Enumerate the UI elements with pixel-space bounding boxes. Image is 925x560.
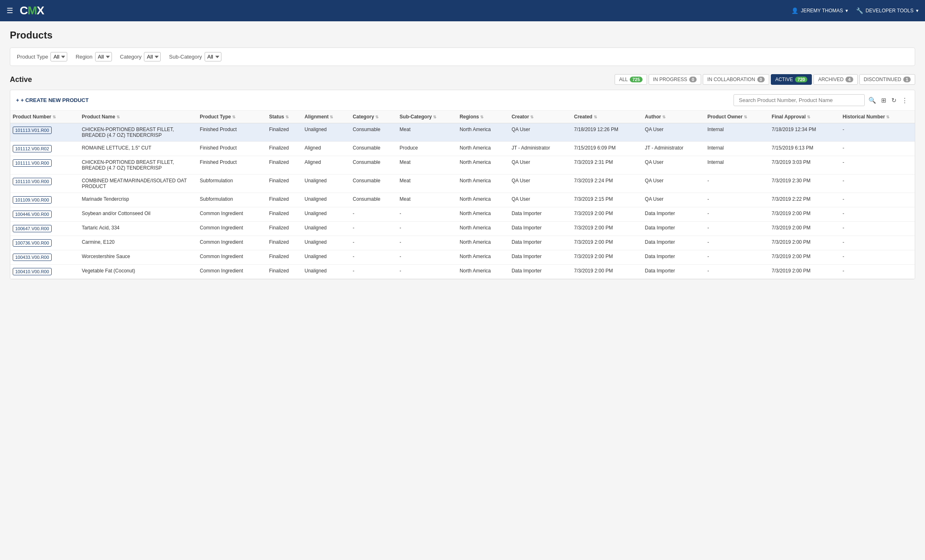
sort-author-icon[interactable]: ⇅ — [662, 115, 665, 119]
cell-author: QA User — [642, 156, 705, 175]
cell-product-owner: - — [705, 250, 769, 265]
cell-status: Finalized — [267, 265, 302, 279]
table-row[interactable]: 100647.V00.R00 Tartaric Acid, 334 Common… — [10, 222, 915, 236]
cell-status: Finalized — [267, 123, 302, 142]
col-created: Created ⇅ — [572, 111, 642, 123]
sort-created-icon[interactable]: ⇅ — [594, 115, 597, 119]
filter-bar: Product Type All Region All Category All… — [10, 48, 915, 66]
tab-all[interactable]: ALL 725 — [615, 74, 647, 85]
cell-creator: Data Importer — [509, 250, 572, 265]
sort-product-number-icon[interactable]: ⇅ — [52, 115, 56, 119]
tab-all-badge: 725 — [630, 77, 642, 82]
cell-category: Consumable — [350, 142, 397, 156]
table-row[interactable]: 101110.V00.R00 COMBINED MEAT/MARINADE/IS… — [10, 175, 915, 193]
cell-sub-category: Meat — [397, 156, 457, 175]
tab-in-progress-badge: 0 — [689, 77, 697, 82]
cell-final-approval: 7/3/2019 2:22 PM — [769, 193, 840, 207]
cell-created: 7/15/2019 6:09 PM — [572, 142, 642, 156]
sort-alignment-icon[interactable]: ⇅ — [330, 115, 333, 119]
sort-regions-icon[interactable]: ⇅ — [480, 115, 483, 119]
table-row[interactable]: 101112.V00.R02 ROMAINE LETTUCE, 1.5" CUT… — [10, 142, 915, 156]
header-left: ☰ CMX — [7, 4, 44, 17]
sort-historical-number-icon[interactable]: ⇅ — [886, 115, 889, 119]
developer-tools-menu[interactable]: 🔧 DEVELOPER TOOLS ▾ — [856, 7, 918, 14]
sort-product-name-icon[interactable]: ⇅ — [116, 115, 120, 119]
cell-regions: North America — [457, 142, 509, 156]
table-toolbar: + + CREATE NEW PRODUCT 🔍 ⊞ ↻ ⋮ — [10, 90, 915, 111]
cell-creator: Data Importer — [509, 236, 572, 250]
tab-archived[interactable]: ARCHIVED 4 — [813, 74, 857, 85]
cell-created: 7/3/2019 2:00 PM — [572, 250, 642, 265]
search-area: 🔍 ⊞ ↻ ⋮ — [734, 94, 909, 106]
cell-creator: Data Importer — [509, 207, 572, 222]
cell-historical-number: - — [840, 222, 915, 236]
cell-product-number: 101113.V01.R00 — [10, 123, 79, 142]
cell-sub-category: - — [397, 207, 457, 222]
cell-product-type: Common Ingredient — [197, 222, 267, 236]
cell-created: 7/3/2019 2:00 PM — [572, 222, 642, 236]
sort-sub-category-icon[interactable]: ⇅ — [433, 115, 436, 119]
cell-product-name: Soybean and/or Cottonseed Oil — [79, 207, 197, 222]
cell-category: Consumable — [350, 123, 397, 142]
sort-product-owner-icon[interactable]: ⇅ — [744, 115, 747, 119]
cell-author: QA User — [642, 193, 705, 207]
tab-discontinued-badge: 1 — [903, 77, 911, 82]
cell-product-name: ROMAINE LETTUCE, 1.5" CUT — [79, 142, 197, 156]
table-row[interactable]: 100433.V00.R00 Worcestershire Sauce Comm… — [10, 250, 915, 265]
create-new-product-button[interactable]: + + CREATE NEW PRODUCT — [16, 97, 89, 103]
cell-category: - — [350, 222, 397, 236]
subcategory-label: Sub-Category — [169, 54, 202, 60]
cell-product-number: 100647.V00.R00 — [10, 222, 79, 236]
table-row[interactable]: 100446.V00.R00 Soybean and/or Cottonseed… — [10, 207, 915, 222]
header: ☰ CMX 👤 JEREMY THOMAS ▾ 🔧 DEVELOPER TOOL… — [0, 0, 925, 21]
create-icon: + — [16, 97, 19, 103]
search-icon[interactable]: 🔍 — [867, 95, 877, 105]
tab-discontinued[interactable]: DISCONTINUED 1 — [859, 74, 915, 85]
product-type-select[interactable]: All — [50, 52, 67, 61]
cell-product-number: 100433.V00.R00 — [10, 250, 79, 265]
cell-status: Finalized — [267, 175, 302, 193]
cell-regions: North America — [457, 175, 509, 193]
user-menu[interactable]: 👤 JEREMY THOMAS ▾ — [791, 7, 848, 14]
sort-creator-icon[interactable]: ⇅ — [530, 115, 533, 119]
cell-alignment: Unaligned — [302, 265, 351, 279]
cell-creator: QA User — [509, 193, 572, 207]
cell-product-type: Finished Product — [197, 142, 267, 156]
table-row[interactable]: 100736.V00.R00 Carmine, E120 Common Ingr… — [10, 236, 915, 250]
logo: CMX — [20, 4, 44, 17]
more-options-icon[interactable]: ⋮ — [900, 95, 909, 105]
cell-product-type: Common Ingredient — [197, 236, 267, 250]
sort-final-approval-icon[interactable]: ⇅ — [807, 115, 810, 119]
subcategory-select[interactable]: All — [205, 52, 221, 61]
tab-in-progress[interactable]: IN PROGRESS 0 — [649, 74, 701, 85]
cell-alignment: Unaligned — [302, 207, 351, 222]
cell-sub-category: Meat — [397, 175, 457, 193]
cell-created: 7/3/2019 2:15 PM — [572, 193, 642, 207]
sort-category-icon[interactable]: ⇅ — [375, 115, 378, 119]
category-select[interactable]: All — [144, 52, 161, 61]
cell-regions: North America — [457, 222, 509, 236]
cell-product-number: 100736.V00.R00 — [10, 236, 79, 250]
search-input[interactable] — [734, 94, 865, 106]
cell-product-owner: - — [705, 222, 769, 236]
tab-in-collaboration[interactable]: IN COLLABORATION 0 — [703, 74, 769, 85]
cell-product-number: 101109.V00.R00 — [10, 193, 79, 207]
cell-historical-number: - — [840, 250, 915, 265]
sort-status-icon[interactable]: ⇅ — [285, 115, 289, 119]
hamburger-icon[interactable]: ☰ — [7, 6, 13, 15]
tab-active[interactable]: ACTIVE 720 — [771, 74, 812, 85]
refresh-icon[interactable]: ↻ — [890, 95, 898, 105]
table-row[interactable]: 101111.V00.R00 CHICKEN-PORTIONED BREAST … — [10, 156, 915, 175]
cell-historical-number: - — [840, 142, 915, 156]
devtools-chevron-icon: ▾ — [916, 8, 918, 14]
filter-icon[interactable]: ⊞ — [880, 95, 888, 105]
cell-product-owner: - — [705, 236, 769, 250]
cell-status: Finalized — [267, 207, 302, 222]
table-row[interactable]: 101113.V01.R00 CHICKEN-PORTIONED BREAST … — [10, 123, 915, 142]
table-row[interactable]: 101109.V00.R00 Marinade Tendercrisp Subf… — [10, 193, 915, 207]
table-row[interactable]: 100410.V00.R00 Vegetable Fat (Coconut) C… — [10, 265, 915, 279]
cell-category: Consumable — [350, 193, 397, 207]
sort-product-type-icon[interactable]: ⇅ — [232, 115, 235, 119]
region-select[interactable]: All — [95, 52, 112, 61]
cell-final-approval: 7/3/2019 2:00 PM — [769, 250, 840, 265]
